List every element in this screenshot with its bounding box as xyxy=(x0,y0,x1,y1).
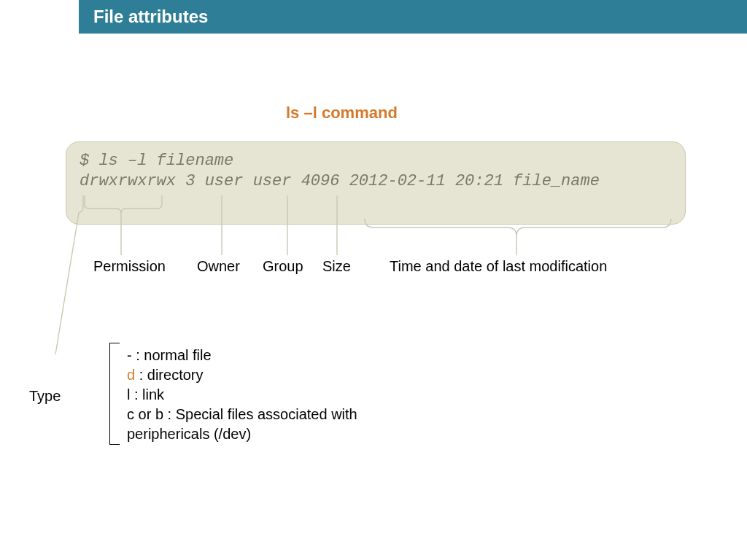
type-letter-d: d xyxy=(127,367,135,383)
label-permission: Permission xyxy=(93,258,166,275)
label-owner: Owner xyxy=(197,258,240,275)
type-bracket-icon xyxy=(109,343,120,445)
code-example-box: $ ls –l filename drwxrwxrwx 3 user user … xyxy=(66,141,686,225)
slide-title: File attributes xyxy=(79,0,747,34)
type-item-special: c or b : Special files associated with p… xyxy=(127,405,390,444)
code-line-1: $ ls –l filename xyxy=(80,151,672,171)
slide-subheading: ls –l command xyxy=(286,104,398,122)
type-item-link: l : link xyxy=(127,385,390,405)
label-mtime: Time and date of last modification xyxy=(390,258,607,275)
type-item-normal: - : normal file xyxy=(127,346,390,365)
code-line-2: drwxrwxrwx 3 user user 4096 2012-02-11 2… xyxy=(80,171,672,192)
label-group: Group xyxy=(263,258,303,275)
type-item-directory: d : directory xyxy=(127,365,390,385)
label-size: Size xyxy=(322,258,351,275)
brace-mtime xyxy=(365,219,671,262)
type-list: - : normal file d : directory l : link c… xyxy=(127,346,390,444)
type-heading: Type xyxy=(29,388,61,405)
